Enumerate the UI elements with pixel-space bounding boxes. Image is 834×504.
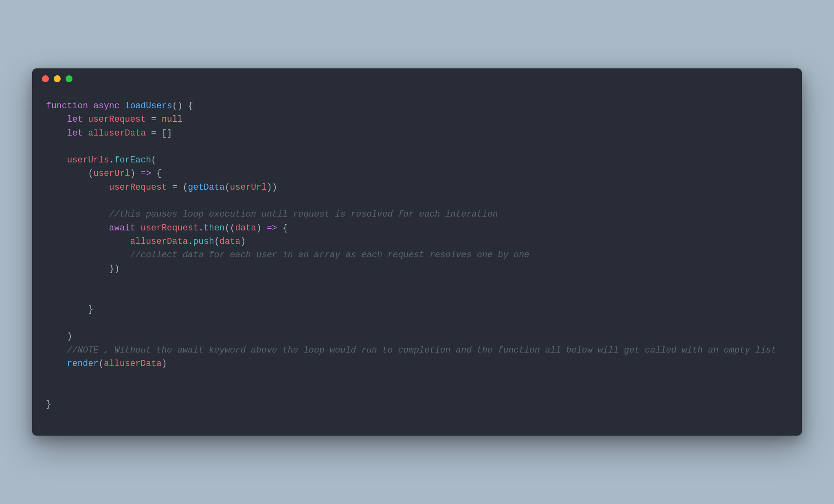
code-token-pun: )) [267, 182, 277, 192]
code-token-pun: ) [256, 223, 267, 233]
code-token-var: alluserData [88, 128, 146, 138]
code-token-pun [46, 155, 67, 165]
code-token-kw: await [109, 223, 136, 233]
code-token-fn: getData [188, 182, 224, 192]
code-token-var: data [219, 237, 241, 246]
maximize-icon[interactable] [66, 75, 72, 82]
code-token-pun: () { [172, 101, 193, 111]
code-token-kw: let [67, 128, 83, 138]
code-token-pun: = ( [167, 182, 188, 192]
code-token-pun: ( [46, 169, 93, 178]
code-token-pun: } [46, 399, 51, 409]
code-area: function async loadUsers() { let userReq… [32, 90, 802, 436]
code-content: function async loadUsers() { let userReq… [46, 99, 788, 411]
code-window: function async loadUsers() { let userReq… [32, 68, 802, 436]
code-token-pun [46, 128, 67, 138]
code-token-pun: . [188, 237, 193, 246]
code-token-var: alluserData [130, 237, 188, 246]
code-token-pun: ( [151, 155, 156, 165]
code-token-var: userUrls [67, 155, 109, 165]
code-token-kw: => [140, 169, 151, 178]
code-token-pun [83, 114, 88, 124]
code-token-pun: (( [225, 223, 235, 233]
code-token-kw: function [46, 101, 88, 111]
code-token-pun: ( [99, 359, 104, 368]
code-token-num: null [162, 114, 183, 124]
code-token-pun: = [146, 114, 162, 124]
code-token-pun: ) [130, 169, 140, 178]
code-token-pun: } [46, 305, 93, 314]
code-token-var: userRequest [109, 182, 167, 192]
code-token-call: then [204, 223, 225, 233]
code-token-pun [83, 128, 88, 138]
code-token-pun: ) [46, 331, 72, 341]
code-token-pun: ( [225, 182, 230, 192]
code-token-pun [46, 237, 130, 246]
code-token-cm: //NOTE , Without the await keyword above… [67, 345, 777, 355]
window-titlebar [32, 68, 802, 90]
code-token-var: data [235, 223, 257, 233]
minimize-icon[interactable] [54, 75, 61, 82]
code-token-fn: render [67, 359, 99, 368]
code-token-pun [88, 101, 93, 111]
code-token-pun: ) [240, 237, 246, 246]
code-token-pun: { [151, 169, 162, 178]
code-token-cm: //collect data for each user in an array… [130, 250, 529, 260]
code-token-pun [46, 114, 67, 124]
code-token-cm: //this pauses loop execution until reque… [109, 209, 498, 219]
code-token-pun [120, 101, 125, 111]
code-token-pun: . [198, 223, 204, 233]
code-token-pun: { [277, 223, 288, 233]
code-token-call: push [193, 237, 214, 246]
code-token-pun [46, 250, 130, 260]
code-token-pun: = [] [146, 128, 172, 138]
code-token-var: userRequest [88, 114, 146, 124]
code-token-pun: . [109, 155, 114, 165]
code-token-kw: => [267, 223, 277, 233]
code-token-pun: ( [214, 237, 219, 246]
code-token-pun: }) [46, 264, 120, 274]
code-token-pun [46, 359, 67, 368]
code-token-pun: ) [162, 359, 167, 368]
code-token-call: forEach [114, 155, 151, 165]
code-token-var: userUrl [230, 182, 267, 192]
code-token-pun [46, 345, 67, 355]
code-token-pun [46, 209, 109, 219]
code-token-var: alluserData [104, 359, 162, 368]
code-token-kw: let [67, 114, 83, 124]
code-token-pun [46, 223, 109, 233]
code-token-var: userUrl [93, 169, 130, 178]
close-icon[interactable] [42, 75, 49, 82]
code-token-kw: async [93, 101, 120, 111]
code-token-var: userRequest [140, 223, 198, 233]
code-token-pun [46, 182, 109, 192]
code-token-pun [135, 223, 140, 233]
code-token-fn: loadUsers [125, 101, 172, 111]
